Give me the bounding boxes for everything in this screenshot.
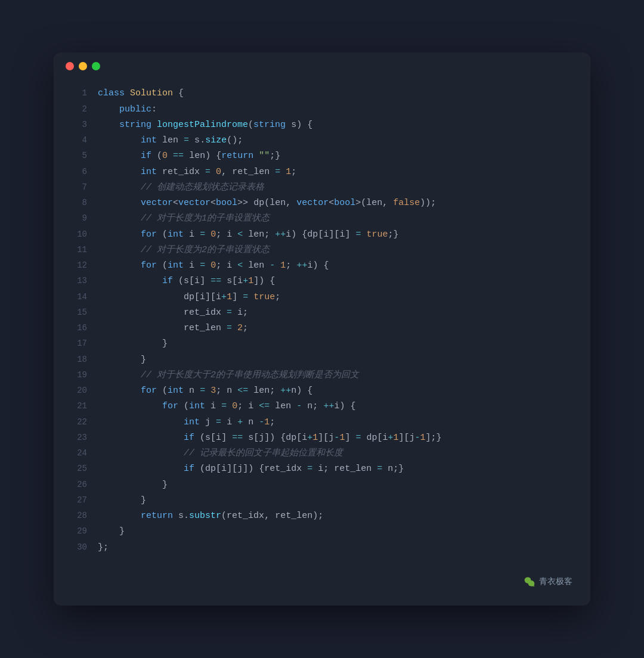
code-line-19: 19 // 对于长度大于2的子串使用动态规划判断是否为回文 (66, 368, 572, 383)
titlebar (54, 52, 590, 80)
code-line-15: 15 ret_idx = i; (66, 305, 572, 321)
close-button[interactable] (66, 62, 74, 70)
code-line-21: 21 for (int i = 0; i <= len - n; ++i) { (66, 399, 572, 414)
code-line-6: 6 int ret_idx = 0, ret_len = 1; (66, 164, 572, 180)
code-line-10: 10 for (int i = 0; i < len; ++i) {dp[i][… (66, 227, 572, 243)
code-line-2: 2 public: (66, 102, 572, 117)
code-line-4: 4 int len = s.size(); (66, 133, 572, 148)
code-line-17: 17 } (66, 336, 572, 352)
code-line-7: 7 // 创建动态规划状态记录表格 (66, 180, 572, 195)
wechat-icon (524, 576, 535, 588)
code-line-13: 13 if (s[i] == s[i+1]) { (66, 274, 572, 289)
code-line-14: 14 dp[i][i+1] = true; (66, 290, 572, 305)
code-line-20: 20 for (int n = 3; n <= len; ++n) { (66, 383, 572, 399)
code-line-1: 1 class Solution { (66, 86, 572, 101)
code-line-26: 26 } (66, 477, 572, 493)
code-line-16: 16 ret_len = 2; (66, 321, 572, 336)
code-line-5: 5 if (0 == len) {return "";} (66, 148, 572, 164)
code-line-11: 11 // 对于长度为2的子串设置状态 (66, 243, 572, 258)
code-line-22: 22 int j = i + n -1; (66, 415, 572, 430)
code-line-27: 27 } (66, 493, 572, 508)
code-line-12: 12 for (int i = 0; i < len - 1; ++i) { (66, 258, 572, 274)
code-line-29: 29 } (66, 524, 572, 539)
code-line-28: 28 return s.substr(ret_idx, ret_len); (66, 508, 572, 524)
maximize-button[interactable] (92, 62, 100, 70)
code-window: 1 class Solution { 2 public: 3 string lo… (54, 52, 590, 606)
code-line-25: 25 if (dp[i][j]) {ret_idx = i; ret_len =… (66, 461, 572, 477)
watermark: 青衣极客 (54, 567, 590, 588)
code-area: 1 class Solution { 2 public: 3 string lo… (54, 80, 590, 567)
code-line-30: 30 }; (66, 540, 572, 555)
code-line-23: 23 if (s[i] == s[j]) {dp[i+1][j-1] = dp[… (66, 430, 572, 446)
code-line-3: 3 string longestPalindrome(string s) { (66, 117, 572, 133)
code-line-18: 18 } (66, 352, 572, 368)
minimize-button[interactable] (79, 62, 87, 70)
code-line-9: 9 // 对于长度为1的子串设置状态 (66, 211, 572, 226)
code-line-8: 8 vector<vector<bool>> dp(len, vector<bo… (66, 195, 572, 211)
watermark-text: 青衣极客 (539, 576, 572, 587)
code-line-24: 24 // 记录最长的回文子串起始位置和长度 (66, 446, 572, 461)
